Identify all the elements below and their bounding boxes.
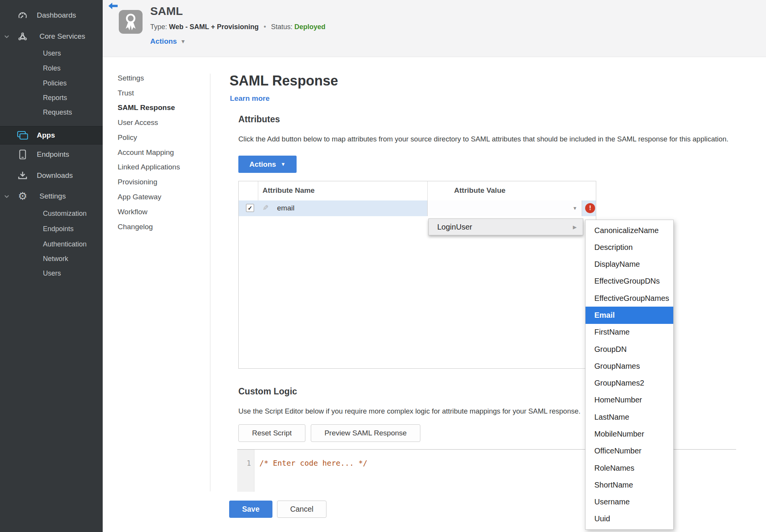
sidebar-item-network[interactable]: Network: [0, 251, 103, 266]
attributes-description: Click the Add button below to map attrib…: [238, 135, 728, 143]
nav-item-saml-response[interactable]: SAML Response: [118, 103, 175, 112]
menu-option-lastname[interactable]: LastName: [586, 409, 673, 425]
menu-option-rolenames[interactable]: RoleNames: [586, 460, 673, 476]
cancel-button[interactable]: Cancel: [277, 501, 326, 518]
page-title: SAML Response: [230, 73, 338, 89]
menu-option-effectivegroupnames[interactable]: EffectiveGroupNames: [586, 290, 673, 307]
nav-content-divider: [210, 74, 210, 491]
gear-icon: ⚙: [16, 191, 29, 202]
nav-item-settings[interactable]: Settings: [118, 74, 144, 82]
nav-item-linked-applications[interactable]: Linked Applications: [118, 163, 180, 171]
error-icon: !: [585, 203, 595, 213]
sidebar-item-requests[interactable]: Requests: [0, 105, 103, 120]
sidebar-item-label: Dashboards: [37, 11, 76, 20]
editor-code: /* Enter code here... */: [259, 459, 367, 468]
custom-logic-heading: Custom Logic: [238, 386, 297, 397]
nav-item-user-access[interactable]: User Access: [118, 118, 158, 127]
nav-item-app-gateway[interactable]: App Gateway: [118, 193, 161, 201]
chevron-down-icon: [4, 35, 9, 38]
menu-option-officenumber[interactable]: OfficeNumber: [586, 443, 673, 460]
nav-item-account-mapping[interactable]: Account Mapping: [118, 148, 174, 157]
menu-option-email[interactable]: Email: [586, 307, 673, 323]
menu-option-uuid[interactable]: Uuid: [586, 511, 673, 527]
menu-option-effectivegroupdns[interactable]: EffectiveGroupDNs: [586, 273, 673, 290]
header-actions-menu[interactable]: Actions ▼: [150, 37, 186, 46]
nav-item-changelog[interactable]: Changelog: [118, 223, 153, 231]
row-checkbox[interactable]: ✓: [246, 204, 254, 212]
sidebar-item-label: Policies: [43, 79, 67, 87]
menu-option-groupdn[interactable]: GroupDN: [586, 341, 673, 358]
sidebar-item-settings-endpoints[interactable]: Endpoints: [0, 222, 103, 236]
attributes-heading: Attributes: [238, 114, 280, 125]
status-badge: Deployed: [294, 23, 325, 31]
sidebar-item-label: Authentication: [43, 240, 87, 248]
sidebar-item-label: Reports: [43, 94, 67, 102]
editor-line-gutter: 1: [237, 450, 254, 492]
sidebar-item-core-services[interactable]: Core Services: [0, 29, 103, 44]
type-label: Type:: [150, 23, 167, 31]
sidebar-item-label: Settings: [39, 192, 66, 200]
sidebar-item-downloads[interactable]: Downloads: [0, 168, 103, 183]
caret-down-icon: ▾: [573, 205, 576, 212]
sidebar-item-policies[interactable]: Policies: [0, 76, 103, 90]
sidebar-item-label: Endpoints: [43, 225, 74, 233]
sidebar-item-reports[interactable]: Reports: [0, 90, 103, 105]
sidebar-item-authentication[interactable]: Authentication: [0, 237, 103, 251]
custom-logic-description: Use the Script Editor below if you requi…: [238, 407, 581, 415]
nav-item-provisioning[interactable]: Provisioning: [118, 178, 157, 186]
menu-option-homenumber[interactable]: HomeNumber: [586, 392, 673, 409]
menu-option-description[interactable]: Description: [586, 239, 673, 256]
sidebar-item-apps[interactable]: Apps: [0, 126, 103, 144]
caret-down-icon: ▼: [180, 38, 186, 44]
nav-item-policy[interactable]: Policy: [118, 133, 137, 142]
menu-option-mobilenumber[interactable]: MobileNumber: [586, 425, 673, 442]
value-options-submenu: CanonicalizeName Description DisplayName…: [585, 220, 674, 530]
menu-option-firstname[interactable]: FirstName: [586, 324, 673, 341]
download-icon: [16, 171, 29, 180]
sidebar-item-label: Network: [43, 255, 68, 263]
sidebar-item-customization[interactable]: Customization: [0, 206, 103, 221]
nav-item-trust[interactable]: Trust: [118, 89, 134, 97]
value-menu-loginuser[interactable]: LoginUser ▶: [428, 218, 583, 235]
menu-option-groupnames2[interactable]: GroupNames2: [586, 375, 673, 392]
attribute-name-cell: email: [277, 204, 294, 212]
app-header: SAML Type: Web - SAML + Provisioning • S…: [103, 0, 766, 57]
reset-script-button[interactable]: Reset Script: [238, 424, 305, 442]
save-button[interactable]: Save: [229, 501, 272, 518]
gauge-icon: [16, 11, 29, 20]
actions-label: Actions: [150, 37, 177, 46]
actions-button-label: Actions: [249, 160, 276, 169]
sidebar-item-settings-users[interactable]: Users: [0, 266, 103, 281]
sidebar-item-settings[interactable]: ⚙ Settings: [0, 189, 103, 204]
menu-option-displayname[interactable]: DisplayName: [586, 256, 673, 273]
learn-more-link[interactable]: Learn more: [230, 94, 269, 103]
sidebar-item-label: Core Services: [39, 32, 85, 41]
menu-option-canonicalizename[interactable]: CanonicalizeName: [586, 222, 673, 239]
menu-option-shortname[interactable]: ShortName: [586, 476, 673, 493]
app-meta: Type: Web - SAML + Provisioning • Status…: [150, 23, 325, 31]
column-header-attribute-name: Attribute Name: [262, 186, 315, 195]
sidebar-item-users[interactable]: Users: [0, 46, 103, 61]
attribute-value-dropdown[interactable]: ▾: [427, 200, 582, 216]
sidebar-item-endpoints[interactable]: Endpoints: [0, 147, 103, 162]
cancel-label: Cancel: [290, 505, 313, 514]
save-label: Save: [242, 505, 260, 514]
sidebar-item-roles[interactable]: Roles: [0, 61, 103, 76]
menu-option-username[interactable]: Username: [586, 494, 673, 511]
preview-saml-response-label: Preview SAML Response: [325, 429, 407, 437]
menu-option-groupnames[interactable]: GroupNames: [586, 358, 673, 374]
sidebar-item-dashboards[interactable]: Dashboards: [0, 8, 103, 23]
type-value: Web - SAML + Provisioning: [169, 23, 259, 31]
caret-right-icon: ▶: [573, 224, 577, 230]
sidebar-item-label: Users: [43, 269, 61, 277]
app-badge-award-icon: [119, 10, 143, 34]
nav-item-workflow[interactable]: Workflow: [118, 208, 148, 216]
preview-saml-response-button[interactable]: Preview SAML Response: [311, 424, 420, 442]
sidebar-item-label: Endpoints: [37, 150, 69, 159]
back-arrow-icon[interactable]: [108, 2, 118, 10]
line-number: 1: [247, 459, 254, 467]
attributes-actions-button[interactable]: Actions ▼: [238, 156, 297, 173]
status-label: Status:: [271, 23, 292, 31]
edit-pencil-icon[interactable]: ✎: [262, 204, 269, 212]
meta-separator: •: [264, 23, 266, 31]
